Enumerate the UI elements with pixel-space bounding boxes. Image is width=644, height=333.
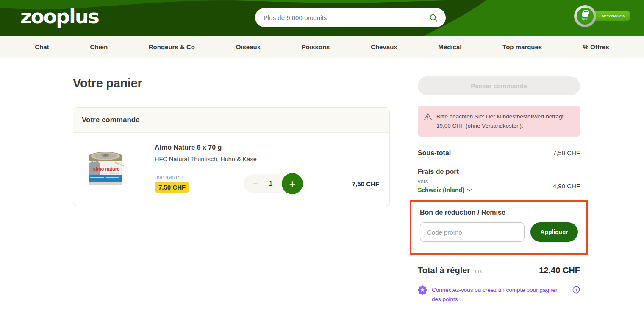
order-card: Votre commande almo nature ALL	[73, 107, 390, 206]
encryption-label: ENCRYPTION	[593, 11, 630, 21]
nav-item-rongeurs[interactable]: Rongeurs & Co	[149, 43, 195, 50]
product-price-badge: 7,50 CHF	[155, 182, 189, 193]
svg-text:ALL PROFITS TO THE ANIMALS: ALL PROFITS TO THE ANIMALS	[94, 172, 119, 174]
product-description: HFC Natural Thunfisch, Huhn & Käse	[155, 156, 379, 162]
minimum-order-warning: Bitte beachten Sie: Der Mindestbestellwe…	[418, 106, 580, 137]
cart-item-row: almo nature ALL PROFITS TO THE ANIMALS N…	[73, 133, 389, 206]
ssl-seal: SSL	[574, 5, 596, 27]
loyalty-info-button[interactable]	[572, 286, 580, 295]
loyalty-points-icon	[418, 285, 427, 295]
checkout-button[interactable]: Passer commande	[418, 76, 580, 95]
warning-text: Bitte beachten Sie: Der Mindestbestellwe…	[436, 112, 573, 130]
total-tax-label: TTC	[474, 269, 484, 274]
subtotal-label: Sous-total	[418, 149, 451, 157]
svg-text:almo nature: almo nature	[93, 166, 119, 171]
ssl-encryption-badge: SSL ENCRYPTION	[574, 4, 630, 28]
order-summary: Passer commande Bitte beachten Sie: Der …	[418, 76, 580, 305]
shipping-region-selector[interactable]: Schweiz (Inland)	[418, 187, 472, 193]
shipping-to-label: vers	[418, 178, 472, 185]
subtotal-value: 7,50 CHF	[553, 149, 580, 157]
loyalty-banner: Connectez-vous ou créez un compte pour g…	[418, 285, 580, 305]
almo-nature-can-image: almo nature ALL PROFITS TO THE ANIMALS N…	[84, 148, 127, 189]
nav-item-top-marques[interactable]: Top marques	[502, 43, 542, 50]
plus-icon: +	[289, 178, 295, 189]
search-bar[interactable]	[255, 8, 446, 27]
search-icon[interactable]	[429, 13, 438, 22]
apply-coupon-button[interactable]: Appliquer	[530, 222, 578, 242]
loyalty-text[interactable]: Connectez-vous ou créez un compte pour g…	[432, 285, 568, 305]
nav-item-chevaux[interactable]: Chevaux	[371, 43, 397, 50]
nav-item-offres[interactable]: % Offres	[583, 43, 609, 50]
ssl-lock-icon	[582, 12, 588, 17]
page-title: Votre panier	[73, 76, 390, 90]
order-card-title: Votre commande	[73, 108, 389, 133]
product-uvp-price: UVP 9,60 CHF	[155, 175, 218, 180]
product-name[interactable]: Almo Nature 6 x 70 g	[155, 144, 379, 151]
nav-item-poissons[interactable]: Poissons	[302, 43, 330, 50]
quantity-value: 1	[269, 180, 273, 187]
main-navigation: Chat Chien Rongeurs & Co Oiseaux Poisson…	[0, 36, 644, 58]
increase-quantity-button[interactable]: +	[282, 173, 303, 194]
cart-page: Votre panier Votre commande alm	[0, 58, 644, 305]
decrease-quantity-button[interactable]: −	[253, 179, 258, 188]
nav-item-medical[interactable]: Médical	[438, 43, 461, 50]
shipping-value: 4,90 CHF	[553, 182, 580, 190]
coupon-section-highlighted: Bon de réduction / Remise Appliquer	[410, 200, 588, 255]
nav-item-oiseaux[interactable]: Oiseaux	[236, 43, 261, 50]
promo-code-input[interactable]	[420, 222, 525, 242]
nav-item-chien[interactable]: Chien	[90, 43, 108, 50]
total-value: 12,40 CHF	[539, 266, 580, 275]
warning-icon	[424, 113, 432, 121]
search-input[interactable]	[264, 14, 429, 21]
coupon-title: Bon de réduction / Remise	[420, 209, 578, 216]
info-icon	[572, 286, 580, 294]
minus-icon: −	[253, 179, 258, 188]
product-image[interactable]: almo nature ALL PROFITS TO THE ANIMALS N…	[84, 144, 130, 193]
line-total: 7,50 CHF	[352, 180, 379, 187]
zooplus-logo[interactable]: zooplus	[20, 5, 99, 28]
header: zooplus SSL ENCRYPTION	[0, 0, 644, 36]
nav-item-chat[interactable]: Chat	[35, 43, 49, 50]
quantity-stepper: − 1 +	[244, 174, 301, 193]
ssl-label: SSL	[582, 17, 588, 21]
shipping-label: Frais de port	[418, 168, 580, 176]
shipping-region-value: Schweiz (Inland)	[418, 187, 464, 193]
chevron-down-icon	[467, 188, 472, 192]
total-label: Total à régler	[418, 266, 470, 275]
